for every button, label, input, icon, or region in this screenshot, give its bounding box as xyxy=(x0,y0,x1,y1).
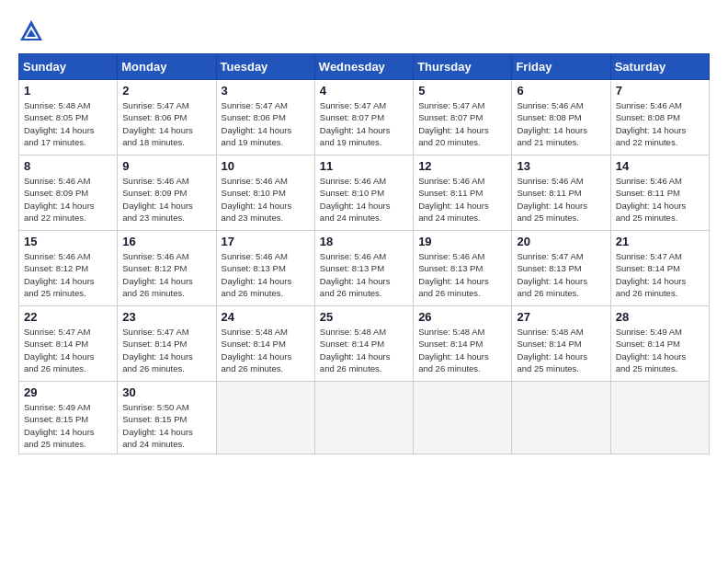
calendar-cell: 15Sunrise: 5:46 AM Sunset: 8:12 PM Dayli… xyxy=(19,231,118,306)
day-number: 8 xyxy=(24,159,112,173)
day-number: 25 xyxy=(320,310,408,324)
day-number: 12 xyxy=(418,159,506,173)
calendar-cell: 23Sunrise: 5:47 AM Sunset: 8:14 PM Dayli… xyxy=(118,306,216,382)
day-info: Sunrise: 5:46 AM Sunset: 8:12 PM Dayligh… xyxy=(24,250,112,299)
day-info: Sunrise: 5:46 AM Sunset: 8:13 PM Dayligh… xyxy=(222,250,310,299)
calendar-cell: 27Sunrise: 5:48 AM Sunset: 8:14 PM Dayli… xyxy=(512,306,610,382)
calendar-cell xyxy=(512,382,610,454)
calendar-cell: 28Sunrise: 5:49 AM Sunset: 8:14 PM Dayli… xyxy=(610,306,709,382)
day-number: 14 xyxy=(616,159,704,173)
day-number: 10 xyxy=(222,159,310,173)
day-number: 7 xyxy=(616,84,704,98)
calendar-cell: 1Sunrise: 5:48 AM Sunset: 8:05 PM Daylig… xyxy=(19,80,118,155)
day-info: Sunrise: 5:46 AM Sunset: 8:12 PM Dayligh… xyxy=(122,250,210,299)
day-info: Sunrise: 5:48 AM Sunset: 8:14 PM Dayligh… xyxy=(418,326,506,374)
calendar-cell: 18Sunrise: 5:46 AM Sunset: 8:13 PM Dayli… xyxy=(314,231,413,306)
calendar-cell: 21Sunrise: 5:47 AM Sunset: 8:14 PM Dayli… xyxy=(610,231,709,306)
day-info: Sunrise: 5:49 AM Sunset: 8:14 PM Dayligh… xyxy=(616,326,704,374)
col-header-wednesday: Wednesday xyxy=(314,54,413,80)
calendar-cell: 25Sunrise: 5:48 AM Sunset: 8:14 PM Dayli… xyxy=(314,306,413,382)
day-number: 29 xyxy=(24,385,112,399)
day-info: Sunrise: 5:48 AM Sunset: 8:14 PM Dayligh… xyxy=(517,326,605,374)
calendar-row-3: 22Sunrise: 5:47 AM Sunset: 8:14 PM Dayli… xyxy=(19,306,710,382)
day-number: 9 xyxy=(122,159,210,173)
header xyxy=(18,18,710,44)
calendar-cell: 12Sunrise: 5:46 AM Sunset: 8:11 PM Dayli… xyxy=(414,155,512,231)
calendar-cell: 14Sunrise: 5:46 AM Sunset: 8:11 PM Dayli… xyxy=(610,155,709,231)
day-info: Sunrise: 5:47 AM Sunset: 8:14 PM Dayligh… xyxy=(616,250,704,299)
day-number: 2 xyxy=(122,84,210,98)
day-info: Sunrise: 5:47 AM Sunset: 8:07 PM Dayligh… xyxy=(418,99,506,148)
day-number: 1 xyxy=(24,84,112,98)
day-number: 4 xyxy=(320,84,408,98)
day-info: Sunrise: 5:47 AM Sunset: 8:06 PM Dayligh… xyxy=(222,99,310,148)
calendar-cell: 9Sunrise: 5:46 AM Sunset: 8:09 PM Daylig… xyxy=(118,155,216,231)
col-header-monday: Monday xyxy=(118,54,216,80)
day-info: Sunrise: 5:46 AM Sunset: 8:10 PM Dayligh… xyxy=(320,175,408,224)
calendar-cell xyxy=(610,382,709,454)
day-info: Sunrise: 5:46 AM Sunset: 8:09 PM Dayligh… xyxy=(122,175,210,224)
calendar-cell: 13Sunrise: 5:46 AM Sunset: 8:11 PM Dayli… xyxy=(512,155,610,231)
day-number: 20 xyxy=(517,235,605,248)
day-number: 17 xyxy=(222,235,310,248)
day-info: Sunrise: 5:48 AM Sunset: 8:14 PM Dayligh… xyxy=(320,326,408,374)
day-number: 27 xyxy=(517,310,605,324)
day-number: 24 xyxy=(222,310,310,324)
day-info: Sunrise: 5:46 AM Sunset: 8:11 PM Dayligh… xyxy=(517,175,605,224)
day-info: Sunrise: 5:47 AM Sunset: 8:13 PM Dayligh… xyxy=(517,250,605,299)
day-number: 6 xyxy=(517,84,605,98)
day-info: Sunrise: 5:46 AM Sunset: 8:11 PM Dayligh… xyxy=(616,175,704,224)
calendar-cell: 19Sunrise: 5:46 AM Sunset: 8:13 PM Dayli… xyxy=(414,231,512,306)
calendar-row-2: 15Sunrise: 5:46 AM Sunset: 8:12 PM Dayli… xyxy=(19,231,710,306)
day-number: 22 xyxy=(24,310,112,324)
day-info: Sunrise: 5:46 AM Sunset: 8:13 PM Dayligh… xyxy=(418,250,506,299)
calendar-cell xyxy=(414,382,512,454)
col-header-thursday: Thursday xyxy=(414,54,512,80)
calendar-cell: 29Sunrise: 5:49 AM Sunset: 8:15 PM Dayli… xyxy=(19,382,118,454)
col-header-saturday: Saturday xyxy=(610,54,709,80)
day-number: 19 xyxy=(418,235,506,248)
day-info: Sunrise: 5:47 AM Sunset: 8:07 PM Dayligh… xyxy=(320,99,408,148)
col-header-tuesday: Tuesday xyxy=(216,54,314,80)
calendar-cell xyxy=(314,382,413,454)
day-info: Sunrise: 5:47 AM Sunset: 8:06 PM Dayligh… xyxy=(122,99,210,148)
day-number: 21 xyxy=(616,235,704,248)
calendar-cell: 4Sunrise: 5:47 AM Sunset: 8:07 PM Daylig… xyxy=(314,80,413,155)
col-header-sunday: Sunday xyxy=(19,54,118,80)
calendar-cell: 8Sunrise: 5:46 AM Sunset: 8:09 PM Daylig… xyxy=(19,155,118,231)
calendar-cell: 16Sunrise: 5:46 AM Sunset: 8:12 PM Dayli… xyxy=(118,231,216,306)
day-number: 23 xyxy=(122,310,210,324)
calendar-cell: 24Sunrise: 5:48 AM Sunset: 8:14 PM Dayli… xyxy=(216,306,314,382)
calendar-cell: 2Sunrise: 5:47 AM Sunset: 8:06 PM Daylig… xyxy=(118,80,216,155)
calendar-header-row: SundayMondayTuesdayWednesdayThursdayFrid… xyxy=(19,54,710,80)
day-number: 3 xyxy=(222,84,310,98)
calendar: SundayMondayTuesdayWednesdayThursdayFrid… xyxy=(18,53,710,454)
day-info: Sunrise: 5:50 AM Sunset: 8:15 PM Dayligh… xyxy=(122,401,210,450)
day-number: 16 xyxy=(122,235,210,248)
col-header-friday: Friday xyxy=(512,54,610,80)
day-info: Sunrise: 5:48 AM Sunset: 8:05 PM Dayligh… xyxy=(24,99,112,148)
calendar-cell: 17Sunrise: 5:46 AM Sunset: 8:13 PM Dayli… xyxy=(216,231,314,306)
day-info: Sunrise: 5:46 AM Sunset: 8:09 PM Dayligh… xyxy=(24,175,112,224)
day-number: 13 xyxy=(517,159,605,173)
day-number: 28 xyxy=(616,310,704,324)
day-info: Sunrise: 5:47 AM Sunset: 8:14 PM Dayligh… xyxy=(122,326,210,374)
calendar-cell: 10Sunrise: 5:46 AM Sunset: 8:10 PM Dayli… xyxy=(216,155,314,231)
day-info: Sunrise: 5:46 AM Sunset: 8:08 PM Dayligh… xyxy=(517,99,605,148)
logo-icon xyxy=(18,18,44,44)
calendar-row-4: 29Sunrise: 5:49 AM Sunset: 8:15 PM Dayli… xyxy=(19,382,710,454)
day-number: 26 xyxy=(418,310,506,324)
calendar-cell: 3Sunrise: 5:47 AM Sunset: 8:06 PM Daylig… xyxy=(216,80,314,155)
calendar-cell: 22Sunrise: 5:47 AM Sunset: 8:14 PM Dayli… xyxy=(19,306,118,382)
day-number: 11 xyxy=(320,159,408,173)
day-number: 15 xyxy=(24,235,112,248)
day-info: Sunrise: 5:49 AM Sunset: 8:15 PM Dayligh… xyxy=(24,401,112,450)
day-info: Sunrise: 5:46 AM Sunset: 8:08 PM Dayligh… xyxy=(616,99,704,148)
day-info: Sunrise: 5:48 AM Sunset: 8:14 PM Dayligh… xyxy=(222,326,310,374)
calendar-row-1: 8Sunrise: 5:46 AM Sunset: 8:09 PM Daylig… xyxy=(19,155,710,231)
calendar-cell xyxy=(216,382,314,454)
calendar-cell: 6Sunrise: 5:46 AM Sunset: 8:08 PM Daylig… xyxy=(512,80,610,155)
day-info: Sunrise: 5:47 AM Sunset: 8:14 PM Dayligh… xyxy=(24,326,112,374)
day-number: 30 xyxy=(122,385,210,399)
day-number: 5 xyxy=(418,84,506,98)
